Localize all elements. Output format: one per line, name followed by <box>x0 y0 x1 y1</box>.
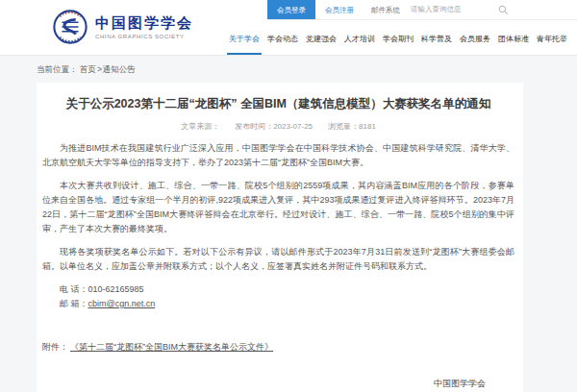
search-box[interactable]: 请输入查询信息 <box>411 0 513 19</box>
mail-system-link[interactable]: 邮件系统 <box>364 0 408 19</box>
society-emblem-icon <box>52 9 88 45</box>
article-meta: 文章来源： 发布时间：2023-07-25 浏览量：8181 <box>42 121 514 132</box>
meta-date-label: 发布时间： <box>235 122 273 131</box>
meta-views: 浏览量：8181 <box>328 121 376 132</box>
nav-youth-support[interactable]: 青年托举 <box>535 34 569 55</box>
nav-science-popularization[interactable]: 科学普及 <box>419 34 454 55</box>
meta-source-label: 文章来源： <box>181 121 219 132</box>
meta-views-value: 8181 <box>359 122 376 131</box>
nav-society-news[interactable]: 学会动态 <box>265 34 300 55</box>
search-icon[interactable] <box>498 5 509 15</box>
breadcrumb-current-link[interactable]: 通知公告 <box>103 64 136 74</box>
member-register-link[interactable]: 会员注册 <box>315 0 364 19</box>
breadcrumb: 当前位置： 首页>通知公告 <box>37 56 136 83</box>
phone-label: 电 话： <box>60 284 88 294</box>
meta-publish-date: 发布时间：2023-07-25 <box>235 121 313 132</box>
nav-journals[interactable]: 学会期刊 <box>381 34 415 55</box>
attachment-row: 附件：《第十二届“龙图杯”全国BIM大赛获奖名单公示文件》 <box>42 340 514 355</box>
utility-bar: 会员登录 会员注册 邮件系统 请输入查询信息 <box>267 0 577 20</box>
breadcrumb-label: 当前位置： <box>37 64 78 74</box>
site-header: 中国图学学会 CHINA GRAPHICS SOCIETY 会员登录 会员注册 … <box>0 0 577 56</box>
breadcrumb-separator: > <box>97 64 102 74</box>
article-title: 关于公示2023第十二届“龙图杯” 全国BIM（建筑信息模型）大赛获奖名单的通知 <box>42 96 514 111</box>
meta-date-value: 2023-07-25 <box>273 122 313 131</box>
attachment-link[interactable]: 《第十二届“龙图杯”全国BIM大赛获奖名单公示文件》 <box>70 342 273 352</box>
main-nav: 关于学会 学会动态 党建强会 人才培训 学会期刊 科学普及 会员服务 团体标准 … <box>227 34 569 55</box>
article-paragraph-3: 现将各奖项获奖名单公示如下。若对以下公示有异议，请以邮件形式于2023年7月31… <box>42 245 514 274</box>
email-link[interactable]: cbim@cgn.net.cn <box>88 299 156 308</box>
signoff: 中国图学学会 2023年7月25日 <box>42 374 514 392</box>
logo-text: 中国图学学会 CHINA GRAPHICS SOCIETY <box>95 14 193 39</box>
contact-email-row: 邮 箱：cbim@cgn.net.cn <box>42 297 514 311</box>
logo-title: 中国图学学会 <box>95 14 193 32</box>
contact-phone-row: 电 话：010-62165985 <box>42 282 514 297</box>
site-logo[interactable]: 中国图学学会 CHINA GRAPHICS SOCIETY <box>52 9 193 45</box>
phone-number: 010-62165985 <box>88 284 144 294</box>
nav-member-services[interactable]: 会员服务 <box>458 34 492 55</box>
email-label: 邮 箱： <box>60 299 88 308</box>
article-paragraph-2: 本次大赛共收到设计、施工、综合、一带一路、院校5个组别的2559项成果，其内容涵… <box>42 179 514 236</box>
nav-about-society[interactable]: 关于学会 <box>227 34 262 55</box>
article-card: 关于公示2023第十二届“龙图杯” 全国BIM（建筑信息模型）大赛获奖名单的通知… <box>37 83 523 392</box>
attachment-label: 附件： <box>42 342 68 352</box>
meta-views-label: 浏览量： <box>328 122 359 131</box>
nav-group-standards[interactable]: 团体标准 <box>496 34 531 55</box>
signoff-organization: 中国图学学会 <box>42 374 486 392</box>
breadcrumb-home-link[interactable]: 首页 <box>80 64 96 74</box>
nav-talent-training[interactable]: 人才培训 <box>342 34 377 55</box>
nav-party-building[interactable]: 党建强会 <box>304 34 339 55</box>
member-login-button[interactable]: 会员登录 <box>267 0 315 19</box>
logo-subtitle: CHINA GRAPHICS SOCIETY <box>95 34 193 39</box>
search-input[interactable]: 请输入查询信息 <box>411 5 498 14</box>
article-paragraph-1: 为推进BIM技术在我国建筑行业广泛深入应用，中国图学学会在中国科学技术协会、中国… <box>42 141 514 170</box>
